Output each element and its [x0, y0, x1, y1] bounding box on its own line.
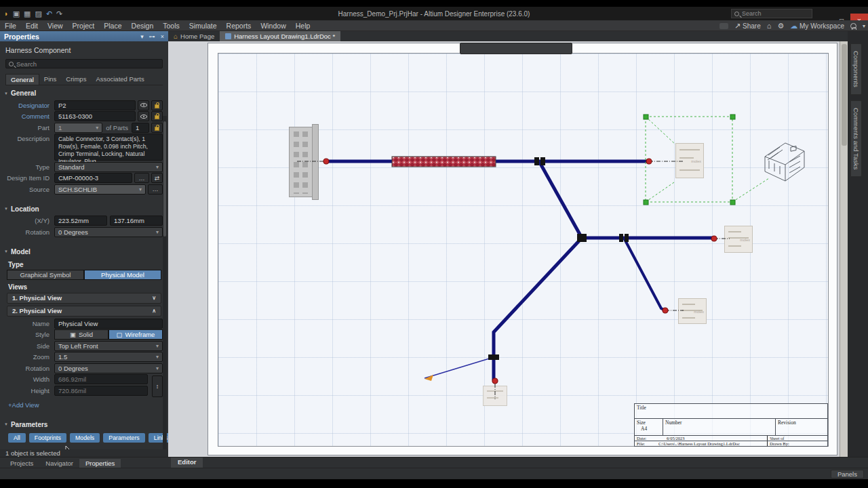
panel-close-icon[interactable]: ×	[161, 33, 164, 40]
scrollbar-thumb[interactable]	[163, 121, 166, 237]
filter-all[interactable]: All	[8, 433, 26, 443]
view-rotation-select[interactable]: 0 Degrees▾	[54, 363, 163, 373]
source-browse-button[interactable]: …	[148, 184, 163, 195]
right-tab-comments-and-tasks[interactable]: Comments and Tasks	[850, 100, 862, 177]
p1-slots	[294, 131, 299, 194]
panel-tab-navigator[interactable]: Navigator	[39, 459, 79, 468]
style-solid-button[interactable]: ▣Solid	[54, 329, 108, 340]
user-icon[interactable]	[850, 23, 856, 29]
drawing-canvas[interactable]: molex molex molex Title SizeA4 Number R	[168, 41, 840, 457]
properties-scrollbar[interactable]	[163, 116, 167, 449]
graphical-symbol-button[interactable]: Graphical Symbol	[7, 270, 84, 280]
designator-lock-button[interactable]	[151, 100, 163, 110]
menu-help[interactable]: Help	[291, 20, 315, 31]
scrollbar-thumb[interactable]	[842, 44, 847, 146]
view-name-input[interactable]: Physical View	[54, 319, 163, 329]
global-search[interactable]: Search	[731, 9, 812, 18]
designator-input[interactable]: P2	[54, 100, 136, 110]
document-tabbar: ⌂ Home Page Harness Layout Drawing1.LdrD…	[168, 31, 848, 41]
x-input[interactable]: 223.52mm	[54, 216, 107, 226]
designator-visibility-button[interactable]	[138, 100, 149, 110]
menu-reports[interactable]: Reports	[222, 20, 256, 31]
right-tab-components[interactable]: Components	[850, 43, 862, 95]
section-parameters[interactable]: ▼Parameters	[0, 417, 168, 430]
properties-tab-general[interactable]: General	[5, 74, 39, 85]
quick-access-toolbar: ◗ ▣ ▦ ▨ ↶ ↷	[0, 7, 62, 20]
y-input[interactable]: 137.16mm	[110, 216, 163, 226]
tab-home-page[interactable]: ⌂ Home Page	[168, 31, 220, 41]
view1-header[interactable]: 1. Physical View ∨	[7, 293, 161, 304]
save-all-icon[interactable]: ▦	[24, 7, 31, 20]
tab-harness-layout-drawing[interactable]: Harness Layout Drawing1.LdrDoc *	[220, 31, 340, 41]
panel-tab-projects[interactable]: Projects	[4, 459, 39, 468]
view-side-select[interactable]: Top Left Front▾	[54, 341, 163, 351]
save-icon[interactable]: ▣	[13, 7, 20, 20]
of-parts-input[interactable]: 1	[132, 123, 149, 133]
menu-design[interactable]: Design	[127, 20, 159, 31]
rotation-select[interactable]: 0 Degrees▾	[54, 227, 163, 237]
filter-models[interactable]: Models	[70, 433, 100, 443]
design-item-id-input[interactable]: CMP-00000-3	[54, 173, 132, 183]
connector-p2[interactable]: molex	[675, 143, 704, 178]
wireframe-3d-model[interactable]	[760, 138, 808, 184]
menu-window[interactable]: Window	[256, 20, 290, 31]
type-select[interactable]: Standard▾	[54, 162, 163, 172]
section-location[interactable]: ▼Location	[0, 201, 168, 215]
section-model[interactable]: ▼Model	[0, 244, 168, 258]
filter-parameters[interactable]: Parameters	[103, 433, 144, 443]
panel-tab-properties[interactable]: Properties	[79, 459, 121, 468]
connector-p1[interactable]	[289, 127, 313, 197]
view-width-input[interactable]: 686.92mil	[54, 374, 148, 384]
home-icon[interactable]: ⌂	[767, 22, 772, 30]
description-input[interactable]: Cable Connector, 3 Contact(s), 1 Row(s),…	[54, 134, 163, 161]
connector-p5[interactable]	[483, 386, 507, 406]
menu-project[interactable]: Project	[68, 20, 100, 31]
physical-model-button[interactable]: Physical Model	[84, 270, 161, 280]
properties-tab-pins[interactable]: Pins	[39, 74, 61, 85]
comment-visibility-button[interactable]	[138, 111, 149, 121]
comment-input[interactable]: 51163-0300	[54, 111, 136, 121]
design-item-id-swap-button[interactable]: ⇄	[151, 173, 163, 183]
panels-button[interactable]: Panels	[831, 470, 864, 479]
comments-icon[interactable]	[719, 23, 728, 29]
redo-icon[interactable]: ↷	[56, 7, 62, 20]
menu-edit[interactable]: Edit	[21, 20, 43, 31]
editor-tab[interactable]: Editor	[171, 458, 203, 468]
connector-p4[interactable]: molex	[678, 298, 707, 324]
menu-view[interactable]: View	[43, 20, 68, 31]
design-item-id-label: Design Item ID	[0, 174, 54, 182]
properties-panel-header[interactable]: Properties ▾ ⊶ ×	[0, 31, 168, 41]
gear-icon[interactable]: ⚙	[777, 22, 784, 30]
open-icon[interactable]: ▨	[35, 7, 41, 20]
menu-simulate[interactable]: Simulate	[184, 20, 222, 31]
my-workspace-button[interactable]: ☁ My Workspace	[790, 22, 844, 30]
view-height-input[interactable]: 720.86mil	[54, 386, 148, 396]
user-caret-icon[interactable]: ▾	[863, 23, 865, 29]
section-general[interactable]: ▼General	[0, 85, 168, 99]
xy-label: (X/Y)	[0, 217, 54, 224]
view-zoom-select[interactable]: 1.5▾	[54, 352, 163, 362]
undo-icon[interactable]: ↶	[46, 7, 52, 20]
connector-p3[interactable]: molex	[724, 226, 753, 253]
size-link-toggle[interactable]: ↕	[152, 375, 163, 397]
style-wireframe-button[interactable]: ▢Wireframe	[108, 329, 163, 340]
share-button[interactable]: ↗ Share	[734, 22, 761, 30]
panel-tabs: ProjectsNavigatorProperties	[0, 458, 868, 468]
properties-tab-crimps[interactable]: Crimps	[61, 74, 91, 85]
part-select[interactable]: 1▾	[54, 123, 102, 133]
comment-lock-button[interactable]	[151, 111, 163, 121]
part-lock-button[interactable]	[151, 123, 163, 133]
panel-pin-icon[interactable]: ⊶	[149, 33, 155, 40]
properties-search[interactable]: Search	[5, 59, 163, 68]
source-select[interactable]: SCH.SCHLIB▾	[54, 184, 146, 195]
canvas-vertical-scrollbar[interactable]	[840, 41, 848, 457]
menu-file[interactable]: File	[0, 20, 21, 31]
menu-place[interactable]: Place	[99, 20, 126, 31]
properties-tab-associated-parts[interactable]: Associated Parts	[91, 74, 149, 85]
design-item-id-browse-button[interactable]: …	[134, 173, 149, 183]
panel-caret-icon[interactable]: ▾	[140, 33, 144, 40]
filter-footprints[interactable]: Footprints	[29, 433, 66, 443]
menu-tools[interactable]: Tools	[158, 20, 184, 31]
add-view-link[interactable]: +Add View	[8, 401, 168, 409]
view2-header[interactable]: 2. Physical View ∧	[7, 306, 161, 317]
